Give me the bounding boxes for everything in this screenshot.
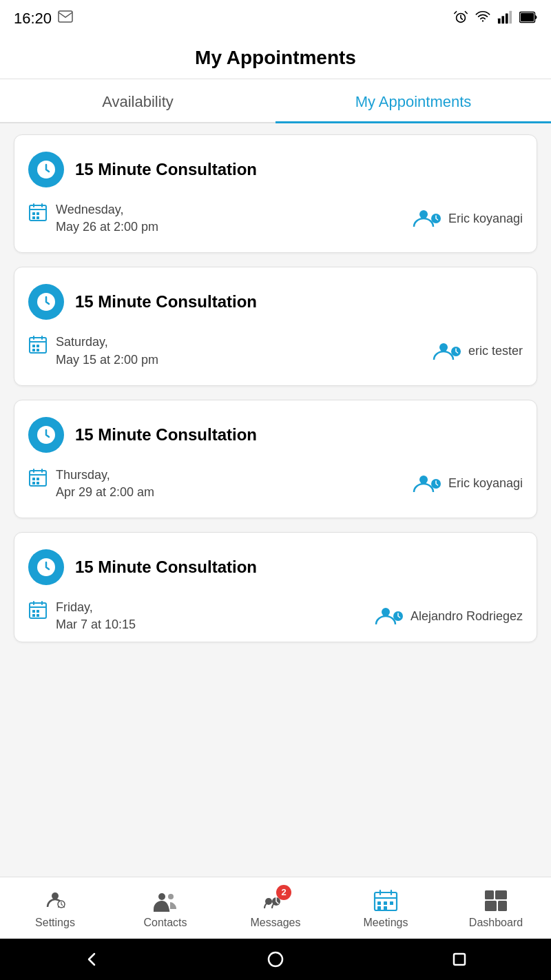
person-name-2: eric tester: [468, 344, 523, 358]
svg-rect-58: [454, 954, 465, 965]
svg-rect-18: [37, 345, 39, 347]
appointment-person-2: eric tester: [433, 340, 523, 363]
settings-icon: [42, 888, 68, 914]
bottom-navigation: Settings Contacts 2 Messages: [0, 877, 551, 939]
svg-rect-27: [32, 482, 35, 484]
appointment-title-4: 15 Minute Consultation: [75, 558, 257, 577]
calendar-icon: [28, 468, 48, 487]
svg-rect-35: [32, 614, 35, 617]
nav-dashboard[interactable]: Dashboard: [441, 877, 551, 939]
svg-rect-9: [32, 212, 35, 215]
svg-rect-52: [384, 906, 387, 910]
svg-point-41: [58, 906, 59, 908]
messages-icon: 2: [262, 888, 289, 914]
status-right: [453, 10, 537, 28]
appointments-list: 15 Minute Consultation Wednesday, May 26…: [0, 123, 551, 877]
appointment-title-2: 15 Minute Consultation: [75, 292, 257, 312]
appointment-date-3: Thursday, Apr 29 at 2:00 am: [28, 467, 154, 501]
meetings-icon: [373, 888, 399, 914]
calendar-icon: [28, 203, 48, 222]
svg-rect-51: [377, 906, 381, 910]
signal-icon: [497, 10, 512, 28]
svg-rect-12: [37, 216, 39, 219]
person-name-4: Alejandro Rodriegez: [410, 609, 523, 624]
svg-rect-3: [506, 13, 508, 23]
battery-icon: [519, 11, 537, 27]
svg-point-39: [52, 892, 59, 899]
svg-rect-6: [521, 13, 534, 21]
nav-dashboard-label: Dashboard: [469, 917, 523, 929]
svg-rect-25: [32, 478, 35, 480]
svg-rect-34: [37, 610, 39, 613]
nav-contacts-label: Contacts: [143, 917, 187, 929]
svg-rect-26: [37, 478, 39, 480]
nav-messages[interactable]: 2 Messages: [220, 877, 331, 939]
appointment-date-1: Wednesday, May 26 at 2:00 pm: [28, 201, 158, 236]
android-back-button[interactable]: [78, 946, 105, 973]
clock-icon: [28, 417, 64, 453]
appointment-title-3: 15 Minute Consultation: [75, 425, 257, 445]
clock-icon: [28, 152, 64, 187]
card-title-row: 15 Minute Consultation: [28, 152, 523, 187]
person-time-icon: [413, 207, 441, 229]
status-gmail-icon: [57, 8, 74, 29]
svg-rect-4: [509, 10, 512, 23]
svg-rect-56: [498, 901, 507, 911]
android-home-button[interactable]: [262, 946, 289, 973]
alarm-icon: [453, 10, 468, 28]
svg-point-57: [269, 952, 282, 966]
svg-point-37: [382, 608, 390, 616]
svg-rect-54: [495, 890, 507, 899]
appointment-card-3[interactable]: 15 Minute Consultation Thursday, Apr 29 …: [14, 400, 537, 518]
appointment-date-2: Saturday, May 15 at 2:00 pm: [28, 334, 158, 368]
tab-my-appointments[interactable]: My Appointments: [276, 79, 551, 122]
card-details-row: Friday, Mar 7 at 10:15 Alejandro Rodrieg…: [28, 599, 523, 633]
appointment-person-1: Eric koyanagi: [413, 207, 523, 229]
messages-badge: 2: [276, 885, 291, 900]
clock-icon: [28, 549, 64, 585]
nav-contacts[interactable]: Contacts: [110, 877, 220, 939]
android-recents-button[interactable]: [446, 946, 473, 973]
person-time-icon: [413, 473, 441, 495]
android-nav-bar: [0, 939, 551, 980]
appointment-card-2[interactable]: 15 Minute Consultation Saturday, May 15 …: [14, 267, 537, 385]
dashboard-icon: [483, 888, 509, 914]
svg-rect-36: [37, 614, 39, 617]
card-details-row: Saturday, May 15 at 2:00 pm eric tester: [28, 334, 523, 368]
svg-rect-53: [485, 890, 494, 899]
svg-point-13: [419, 210, 428, 218]
svg-rect-49: [384, 901, 387, 905]
svg-rect-2: [501, 16, 504, 23]
svg-rect-33: [32, 610, 35, 613]
tab-availability[interactable]: Availability: [0, 79, 276, 122]
svg-rect-17: [32, 345, 35, 347]
person-name-1: Eric koyanagi: [448, 212, 523, 226]
card-title-row: 15 Minute Consultation: [28, 549, 523, 585]
svg-rect-50: [390, 901, 393, 905]
person-time-icon: [375, 605, 404, 627]
svg-rect-10: [37, 212, 39, 215]
appointment-card-4[interactable]: 15 Minute Consultation Friday, Mar 7 at …: [14, 532, 537, 642]
wifi-icon: [475, 10, 490, 28]
nav-settings[interactable]: Settings: [0, 877, 110, 939]
svg-rect-55: [485, 901, 497, 911]
nav-meetings[interactable]: Meetings: [331, 877, 441, 939]
status-time: 16:20: [14, 10, 52, 28]
clock-icon: [28, 284, 64, 320]
card-title-row: 15 Minute Consultation: [28, 417, 523, 453]
card-title-row: 15 Minute Consultation: [28, 284, 523, 320]
person-time-icon: [433, 340, 461, 363]
svg-rect-20: [37, 349, 39, 351]
appointment-title-1: 15 Minute Consultation: [75, 160, 257, 179]
calendar-icon: [28, 600, 48, 620]
svg-rect-19: [32, 349, 35, 351]
page-title: My Appointments: [14, 47, 537, 69]
card-details-row: Thursday, Apr 29 at 2:00 am Eric koyanag…: [28, 467, 523, 501]
appointment-date-4: Friday, Mar 7 at 10:15: [28, 599, 136, 633]
nav-meetings-label: Meetings: [364, 917, 408, 929]
appointment-person-3: Eric koyanagi: [413, 473, 523, 495]
nav-messages-label: Messages: [251, 917, 301, 929]
appointment-card-1[interactable]: 15 Minute Consultation Wednesday, May 26…: [14, 134, 537, 253]
svg-point-44: [168, 894, 174, 899]
status-bar: 16:20: [0, 0, 551, 34]
